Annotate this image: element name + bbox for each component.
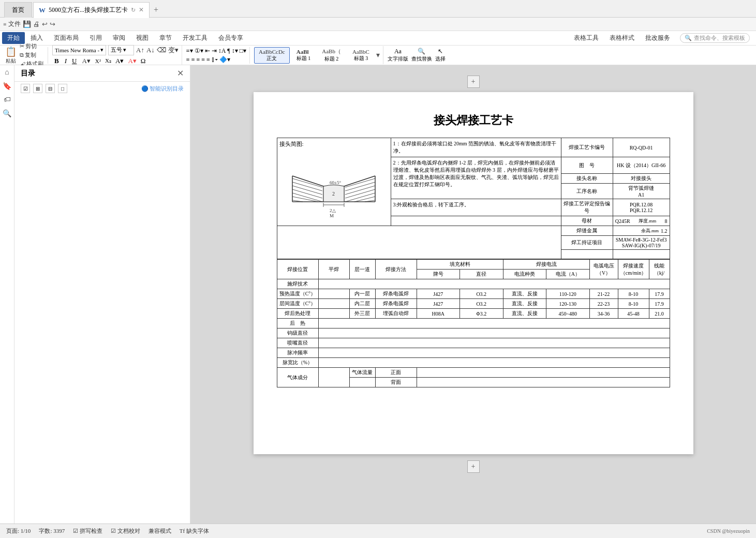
border-btn[interactable]: □▾ <box>240 47 246 55</box>
proc-pos-label: 焊接位置 <box>277 260 318 279</box>
quick-icon-undo[interactable]: ↩ <box>42 20 48 28</box>
find-replace-btn[interactable]: 🔍 查找替换 <box>411 48 432 63</box>
font-shrink[interactable]: A↓ <box>146 46 155 54</box>
line-spacing-btn[interactable]: ↕▾ <box>232 47 238 55</box>
indent-dec-btn[interactable]: ⇤ <box>205 47 210 55</box>
style-zhengwen[interactable]: AaBbCcDc 正文 <box>254 47 290 64</box>
label-weld-metal: 焊缝金属 <box>561 226 613 236</box>
document-page: 接头焊接工艺卡 接头简图: <box>254 92 693 454</box>
menu-bar: 开始 插入 页面布局 引用 审阅 视图 章节 开发工具 会员专享 表格工具 表格… <box>0 31 756 46</box>
tab-doc-refresh[interactable]: ↻ <box>131 7 136 13</box>
proc-inner2-diam: O3.2 <box>460 299 503 309</box>
svg-line-9 <box>292 186 322 195</box>
strip-icon-search[interactable]: 🔍 <box>3 109 11 118</box>
main-layout: ⌂ 🔖 🏷 🔍 目录 ✕ ☑ ⊞ ⊟ □ 🔵 智能识别目录 + 接头焊 <box>0 65 756 524</box>
quick-icon-print[interactable]: 🖨 <box>33 20 40 28</box>
strip-icon-bookmark[interactable]: 🔖 <box>3 82 11 91</box>
proc-inner1-energy: 17.9 <box>649 289 670 299</box>
menu-batch[interactable]: 批改服务 <box>640 32 675 44</box>
diagram-cell: 接头简图: <box>277 138 391 226</box>
proc-postweld-val <box>318 309 349 319</box>
toc-icon1[interactable]: ☑ <box>21 84 30 93</box>
val-weld-metal: 余高.mm 1.2 <box>613 226 670 236</box>
toc-icon4[interactable]: □ <box>58 84 67 93</box>
special-char-btn[interactable]: Ω <box>140 57 147 65</box>
status-spell[interactable]: ☑ 拼写检查 <box>73 527 102 535</box>
style-biaoti1[interactable]: AaBl 标题 1 <box>292 47 316 64</box>
bold-button[interactable]: B <box>52 56 61 66</box>
status-page: 页面: 1/10 <box>6 527 31 535</box>
highlight-btn[interactable]: A▾ <box>114 57 125 65</box>
tab-home[interactable]: 首页 <box>4 2 32 18</box>
menu-chapter[interactable]: 章节 <box>154 32 177 44</box>
menu-dev[interactable]: 开发工具 <box>177 32 213 44</box>
page-add-top[interactable]: + <box>467 76 480 88</box>
superscript-btn[interactable]: X² <box>94 58 102 64</box>
align-justify-btn[interactable]: ≡ <box>201 56 205 64</box>
shading-btn[interactable]: 🔷▾ <box>219 56 230 64</box>
para-mark-btn[interactable]: ¶ <box>227 47 230 55</box>
tab-doc-close[interactable]: ✕ <box>139 6 144 14</box>
val-joint-name: 对接接头 <box>613 174 670 184</box>
toc-icon2[interactable]: ⊞ <box>33 84 42 93</box>
font-grow[interactable]: A↑ <box>136 46 144 54</box>
font-color-btn2[interactable]: A▾ <box>127 57 137 65</box>
subscript-btn[interactable]: X₂ <box>104 57 112 64</box>
strip-icon-tag[interactable]: 🏷 <box>4 96 11 104</box>
italic-button[interactable]: I <box>63 57 68 65</box>
menu-layout[interactable]: 页面布局 <box>49 32 84 44</box>
align-left-btn[interactable]: ≡ <box>186 56 190 64</box>
align-center-btn[interactable]: ≡ <box>191 56 195 64</box>
style-more-btn[interactable]: ▾ <box>376 51 380 59</box>
copy-button[interactable]: ⧉复制 <box>20 51 43 59</box>
page-add-bottom[interactable]: + <box>467 460 480 473</box>
status-doccheck[interactable]: ☑ 文档校对 <box>111 527 140 535</box>
menu-table-tool[interactable]: 表格工具 <box>569 32 604 44</box>
search-box[interactable]: 🔍 查找命令、搜索模板 <box>680 33 750 43</box>
status-missingfont[interactable]: Tf 缺失字体 <box>180 527 209 535</box>
proc-inner1-speed: 8-10 <box>618 289 649 299</box>
select-btn[interactable]: ↖ 选择 <box>435 48 446 63</box>
status-right-info: CSDN @biyezuopin <box>707 528 750 534</box>
svg-line-15 <box>345 182 375 191</box>
svg-line-0 <box>292 176 323 186</box>
indent-inc-btn[interactable]: ⇥ <box>212 47 217 55</box>
menu-view[interactable]: 视图 <box>131 32 154 44</box>
sidebar-close-btn[interactable]: ✕ <box>177 68 184 78</box>
tab-add[interactable]: + <box>150 3 162 17</box>
font-size-box[interactable]: 五号 ▾ <box>108 45 134 55</box>
text-layout-btn[interactable]: Aa 文字排版 <box>388 48 408 63</box>
style-biaoti3[interactable]: AaBbC 标题 3 <box>348 47 374 64</box>
sort-btn[interactable]: ↕A <box>218 47 226 55</box>
menu-review[interactable]: 审阅 <box>108 32 130 44</box>
num-list-btn[interactable]: ①▾ <box>195 47 203 55</box>
tab-doc[interactable]: W 5000立方石...接头焊接工艺卡 ↻ ✕ <box>33 2 150 18</box>
font-color-btn[interactable]: A▾ <box>80 57 92 65</box>
quick-icon-save[interactable]: 💾 <box>23 20 31 28</box>
toc-smart-btn[interactable]: 🔵 智能识别目录 <box>141 85 184 93</box>
label-process-name: 工序名称 <box>561 184 613 199</box>
quick-icon-redo[interactable]: ↪ <box>50 20 55 28</box>
paste-button[interactable]: 📋 粘贴 <box>3 46 19 65</box>
col-btn[interactable]: ⫿▾ <box>212 56 218 64</box>
menu-vip[interactable]: 会员专享 <box>213 32 248 44</box>
clear-format[interactable]: ⌫ <box>157 46 166 54</box>
proc-method-label: 焊接方法 <box>375 260 417 279</box>
font-name-box[interactable]: Times New Roma - ▾ <box>52 45 106 55</box>
proc-layer-label: 层一道 <box>349 260 375 279</box>
menu-ref[interactable]: 引用 <box>84 32 107 44</box>
proc-gas-flow-label2 <box>349 378 375 387</box>
align-dist-btn[interactable]: ≡ <box>206 56 210 64</box>
proc-pos-val: 平焊 <box>318 260 349 279</box>
list-btn[interactable]: ≡▾ <box>186 47 193 55</box>
change-case[interactable]: 变▾ <box>168 46 179 55</box>
style-biaoti2[interactable]: AaBb（ 标题 2 <box>317 46 346 64</box>
cut-button[interactable]: ✂剪切 <box>20 42 43 50</box>
underline-button[interactable]: U <box>70 57 78 65</box>
strip-icon-home[interactable]: ⌂ <box>5 68 9 77</box>
align-right-btn[interactable]: ≡ <box>196 56 200 64</box>
quick-icon-menu[interactable]: ≡ <box>3 21 6 27</box>
toc-icon3[interactable]: ⊟ <box>46 84 55 93</box>
menu-table-style[interactable]: 表格样式 <box>604 32 640 44</box>
quick-label-file[interactable]: 文件 <box>8 20 21 28</box>
